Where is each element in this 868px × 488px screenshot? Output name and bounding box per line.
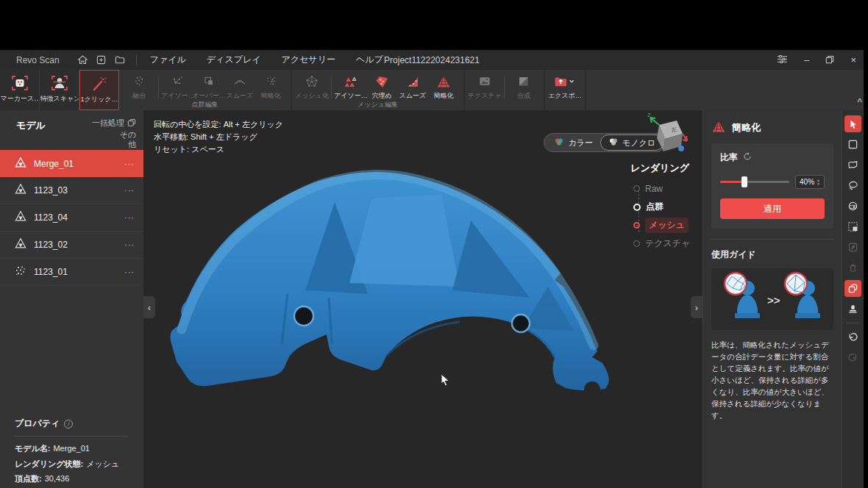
slider-handle[interactable] (741, 176, 747, 187)
flip-normal-tool[interactable] (844, 239, 861, 256)
model-row-merge-01[interactable]: Merge_01 ··· (0, 150, 143, 177)
row-more-icon[interactable]: ··· (124, 268, 135, 276)
toolbar-separator (504, 76, 505, 98)
smooth-mesh-button[interactable]: スムーズ (397, 73, 428, 101)
minimize-button[interactable]: – (804, 55, 809, 65)
simplify-mesh-button[interactable]: 簡略化 (428, 73, 459, 101)
reset-refresh-icon[interactable] (743, 152, 752, 163)
smooth-points-button[interactable]: スムーズ (224, 73, 255, 101)
model-sidebar: モデル 一括処理 その他 Merge_01 ··· 1123_03 ··· (0, 110, 143, 488)
simplify-points-button[interactable]: 簡略化 (255, 73, 286, 101)
mouse-cursor (440, 373, 450, 390)
guide-bust-before (725, 273, 760, 318)
prop-vertex-count: 頂点数:30,436 (15, 471, 129, 487)
composite-button[interactable]: 合成 (508, 73, 539, 101)
feedback-settings-icon[interactable] (777, 54, 788, 65)
fill-holes-button[interactable]: 穴埋め (366, 73, 397, 101)
menu-file[interactable]: ファイル (150, 54, 186, 66)
fill-holes-icon (374, 73, 389, 90)
fusion-icon (132, 73, 146, 90)
mesh-pentagon-icon (305, 73, 319, 90)
panel-title: 簡略化 (732, 121, 761, 134)
redo-button[interactable] (844, 349, 861, 366)
sidebar-collapse-tab[interactable]: ‹ (143, 296, 155, 318)
overlap-squares-icon (202, 73, 216, 90)
panel-collapse-tab[interactable]: › (691, 296, 702, 318)
restore-button[interactable] (825, 55, 834, 65)
overlap-button[interactable]: オーバー… (193, 73, 224, 101)
mesh-model-icon (15, 183, 26, 198)
duplicate-selection-tool[interactable] (844, 280, 861, 297)
guide-description: 比率は、簡略化されたメッシュデータの合計データ量に対する割合として定義されます。… (711, 339, 833, 421)
navigation-cube[interactable]: 左 Z (644, 112, 690, 162)
feature-scan-button[interactable]: 特徴スキャン (40, 70, 79, 110)
sidebar-more-label[interactable]: その他 (117, 130, 136, 149)
toolbar-group-texture: テクスチャ 合成 (465, 70, 545, 110)
prop-render-state: レンダリング状態:メッシュ (15, 456, 129, 472)
model-row-1123-02[interactable]: 1123_02 ··· (0, 232, 143, 259)
row-more-icon[interactable]: ··· (124, 213, 135, 222)
close-button[interactable]: × (850, 55, 856, 65)
model-row-1123-01[interactable]: 1123_01 ··· (0, 259, 143, 286)
render-option-texture[interactable]: テクスチャ (633, 234, 695, 253)
polygon-select-tool[interactable] (844, 157, 861, 173)
menu-help[interactable]: ヘルプ (356, 54, 383, 66)
guide-bust-after (785, 273, 820, 318)
row-more-icon[interactable]: ··· (124, 186, 135, 195)
spinner-icon[interactable]: ▲▼ (817, 179, 820, 185)
menu-accessory[interactable]: アクセサリー (282, 54, 335, 66)
home-icon[interactable] (77, 54, 88, 65)
open-folder-icon[interactable] (114, 54, 126, 65)
rectangle-select-tool[interactable] (844, 136, 861, 153)
info-icon[interactable]: i (64, 420, 73, 428)
row-more-icon[interactable]: ··· (124, 159, 135, 168)
fusion-button[interactable]: 融合 (124, 73, 154, 101)
properties-panel: プロパティ i モデル名:Merge_01 レンダリング状態:メッシュ 頂点数:… (0, 417, 143, 488)
toolbar-collapse-caret[interactable]: ^ (858, 97, 862, 106)
guide-arrows: >> (767, 294, 780, 306)
connected-region-tool[interactable] (844, 198, 861, 215)
texture-image-icon (477, 73, 492, 90)
hint-pan: 水平移動: Shift + 左ドラッグ (154, 131, 283, 143)
apply-button[interactable]: 適用 (720, 198, 825, 219)
meshing-button[interactable]: メッシュ化 (296, 73, 327, 101)
export-button[interactable]: エクスポ… (549, 73, 580, 101)
window-title: Project11222024231621 (0, 55, 864, 65)
row-more-icon[interactable]: ··· (124, 240, 135, 249)
new-project-icon[interactable] (96, 54, 107, 65)
model-row-1123-03[interactable]: 1123_03 ··· (0, 177, 143, 204)
isolated-mesh-button[interactable]: アイソー… (335, 73, 366, 101)
one-click-button[interactable]: 1クリック… (79, 70, 119, 110)
render-option-pointcloud[interactable]: 点群 (633, 198, 695, 216)
toolbar-group-mesh: メッシュ化 アイソー… 穴埋め スムーズ 簡略化 (292, 70, 465, 110)
toolbar-separator (331, 76, 332, 98)
prop-model-name: モデル名:Merge_01 (15, 441, 129, 456)
rendering-title: レンダリング (630, 162, 689, 175)
stamp-brush-tool[interactable] (844, 301, 861, 317)
viewport-3d[interactable]: 回転の中心を設定: Alt + 左クリック 水平移動: Shift + 左ドラッ… (143, 110, 702, 488)
render-option-mesh[interactable]: メッシュ (633, 216, 695, 234)
isolated-points-button[interactable]: アイソー… (163, 73, 193, 101)
mesh-model-icon (15, 210, 26, 225)
texture-button[interactable]: テクスチャ (469, 73, 500, 101)
invert-selection-tool[interactable] (844, 218, 861, 235)
color-mode-option[interactable]: カラー (547, 134, 600, 151)
properties-title: プロパティ (15, 417, 60, 430)
lasso-select-tool[interactable] (844, 177, 861, 194)
rail-divider (847, 323, 859, 323)
marker-scan-button[interactable]: マーカース… (0, 70, 40, 110)
select-cursor-tool[interactable] (844, 115, 861, 132)
simplify-dots-icon (263, 73, 278, 90)
delete-bucket-tool[interactable] (844, 259, 861, 276)
hint-rotate: 回転の中心を設定: Alt + 左クリック (154, 118, 283, 131)
hint-reset: リセット: スペース (154, 143, 283, 156)
isolated-mesh-icon (344, 73, 358, 90)
simplify-panel: 簡略化 比率 40% ▲▼ 適用 (702, 110, 842, 488)
menu-display[interactable]: ディスプレイ (207, 54, 261, 66)
model-row-1123-04[interactable]: 1123_04 ··· (0, 204, 143, 232)
batch-process-button[interactable]: 一括処理 (92, 118, 136, 129)
undo-button[interactable] (844, 329, 861, 345)
render-option-raw[interactable]: Raw (633, 179, 695, 198)
ratio-value-input[interactable]: 40% ▲▼ (795, 175, 825, 189)
ratio-slider[interactable] (720, 181, 789, 183)
